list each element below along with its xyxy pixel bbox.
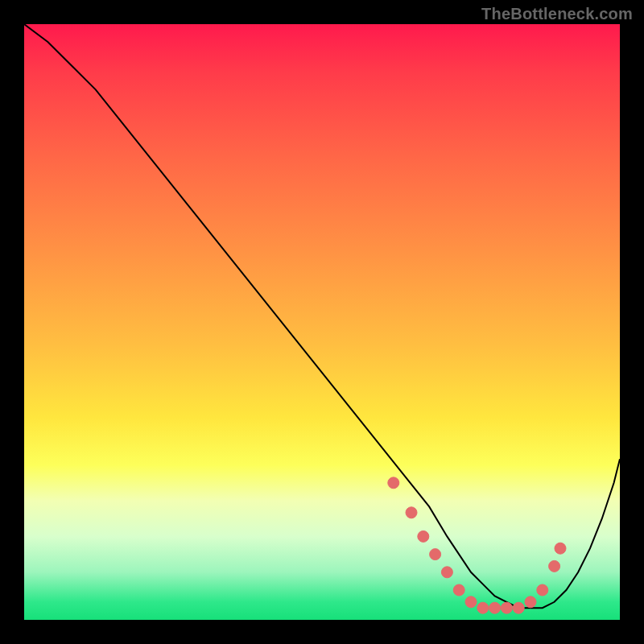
marker-dot bbox=[555, 543, 566, 554]
marker-dot bbox=[453, 584, 464, 596]
marker-dot bbox=[465, 597, 477, 608]
marker-dot bbox=[441, 567, 452, 578]
marker-dot bbox=[418, 530, 429, 542]
bottleneck-curve bbox=[24, 24, 620, 608]
marker-dot bbox=[513, 602, 524, 613]
marker-dot bbox=[477, 602, 489, 613]
marker-dot bbox=[430, 549, 441, 560]
marker-dot bbox=[537, 584, 548, 596]
marker-dot bbox=[501, 602, 512, 613]
marker-dot bbox=[406, 507, 417, 518]
curve-layer bbox=[24, 24, 620, 620]
marker-dot bbox=[388, 477, 399, 489]
marker-dot bbox=[525, 597, 536, 608]
plot-area bbox=[24, 24, 620, 620]
marker-dot bbox=[549, 560, 560, 572]
watermark-text: TheBottleneck.com bbox=[481, 5, 633, 23]
marker-dot bbox=[489, 602, 501, 613]
chart-frame: TheBottleneck.com bbox=[0, 0, 644, 644]
markers-group bbox=[388, 477, 566, 613]
